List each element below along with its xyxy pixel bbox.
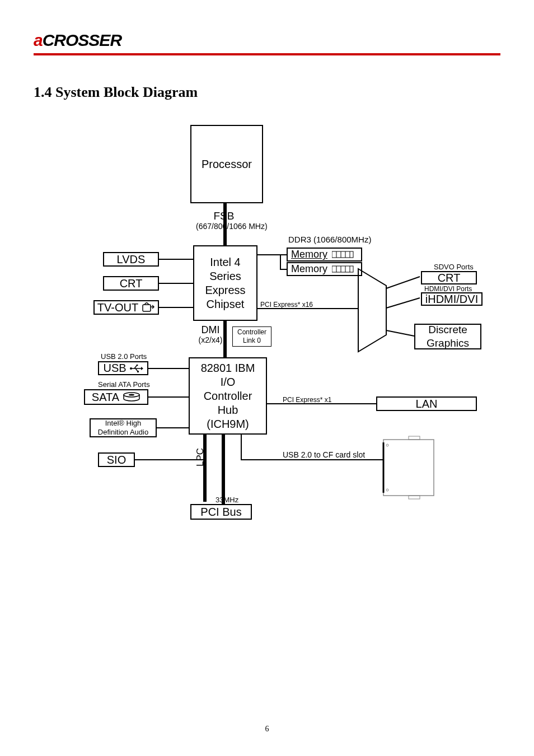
hdaudio-block: Intel® High Definition Audio	[90, 418, 157, 437]
svg-rect-17	[409, 436, 420, 440]
usb-block: USB	[98, 361, 148, 375]
page-header: aCROSSER	[34, 31, 500, 55]
lan-block: LAN	[376, 396, 477, 411]
pci33-label: 33MHz	[216, 496, 238, 504]
line-sio	[134, 459, 204, 460]
section-title: 1.4 System Block Diagram	[34, 84, 198, 101]
svg-rect-18	[409, 496, 420, 499]
pci-bus-line	[222, 435, 225, 505]
discrete-l2: Graphics	[427, 337, 469, 350]
hdaudio-l1: Intel® High	[105, 419, 142, 428]
ich-l2: I/O	[221, 375, 236, 389]
pcibus-block: PCI Bus	[190, 504, 252, 520]
crt-right-block: CRT	[421, 271, 477, 284]
sata-label: SATA	[92, 390, 119, 404]
svg-rect-15	[383, 440, 434, 496]
line-hdaudio	[157, 427, 189, 428]
svg-rect-26	[137, 371, 139, 372]
brand-rest: CROSSER	[43, 31, 121, 49]
ich-block: 82801 IBM I/O Controller Hub (ICH9M)	[189, 357, 267, 435]
svg-line-13	[386, 298, 420, 308]
pcie-x1-label: PCI Express* x1	[283, 396, 331, 404]
svg-point-20	[386, 489, 388, 491]
svg-point-19	[386, 444, 388, 446]
line-sata	[148, 396, 189, 398]
line-usb	[148, 368, 189, 369]
dmi-label-area: DMI (x2/x4)	[196, 325, 225, 344]
dmi-speed: (x2/x4)	[199, 335, 223, 344]
page-number: 6	[0, 725, 534, 734]
svg-line-12	[386, 277, 420, 288]
ich-l4: Hub	[218, 403, 238, 417]
brand-a: a	[34, 31, 43, 49]
sata-block: SATA	[84, 389, 148, 405]
dmi-text: DMI	[202, 324, 220, 335]
ctrl-l2: Link 0	[243, 337, 261, 345]
lpc-label: LPC	[195, 448, 206, 466]
ich-l1: 82801 IBM	[201, 361, 255, 375]
hdaudio-l2: Definition Audio	[98, 428, 148, 437]
discrete-l1: Discrete	[428, 323, 467, 337]
sio-label: SIO	[107, 453, 126, 467]
svg-point-28	[129, 394, 134, 396]
svg-marker-11	[358, 269, 386, 352]
ihdmidvi-block: iHDMI/DVI	[421, 292, 483, 306]
discrete-graphics-block: Discrete Graphics	[414, 324, 481, 349]
lpc-bus-line	[203, 435, 207, 502]
ich-l3: Controller	[204, 389, 252, 403]
sio-block: SIO	[98, 452, 135, 467]
lan-label: LAN	[416, 397, 438, 411]
usb-ports-label: USB 2.0 Ports	[101, 353, 147, 361]
brand-logo: aCROSSER	[34, 31, 121, 49]
ctrl-link-block: Controller Link 0	[232, 326, 271, 347]
sata-ports-label: Serial ATA Ports	[98, 381, 150, 389]
ich-l5: (ICH9M)	[207, 417, 249, 431]
line-usbcf-v	[241, 435, 242, 460]
usbcf-label: USB 2.0 to CF card slot	[283, 451, 365, 459]
svg-line-14	[386, 330, 414, 336]
pcibus-label: PCI Bus	[200, 505, 241, 519]
crt-right-label: CRT	[438, 271, 461, 285]
ctrl-l1: Controller	[237, 328, 266, 337]
sdvo-label: SDVO Ports	[434, 263, 474, 271]
ihdmidvi-label: iHDMI/DVI	[425, 292, 478, 306]
block-diagram: Processor FSB (667/800/1066 MHz) Intel 4…	[0, 112, 534, 549]
usb-label: USB	[103, 361, 126, 375]
